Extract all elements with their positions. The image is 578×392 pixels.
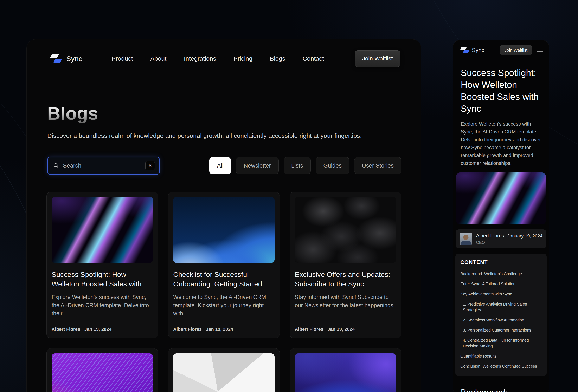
brand-name: Sync [66, 55, 82, 63]
brand[interactable]: Sync [50, 54, 82, 63]
author-info: Albert Flores CEO [476, 233, 504, 245]
article-intro: Explore Welleton's success with Sync, th… [461, 120, 541, 167]
join-waitlist-button[interactable]: Join Waitlist [355, 50, 400, 67]
blog-card-meta: Albert Flores · Jan 19, 2024 [173, 327, 275, 332]
nav-item-blogs[interactable]: Blogs [270, 55, 285, 62]
toc-item[interactable]: Key Achievements with Sync [460, 291, 542, 297]
blog-card-title: Checklist for Successful Onboarding: Get… [173, 270, 275, 289]
filter-tab-all[interactable]: All [209, 157, 231, 174]
article: Success Spotlight: How Welleton Boosted … [453, 67, 549, 167]
sync-logo-icon [50, 54, 62, 63]
author-card: Albert Flores CEO January 19, 2024 [456, 229, 546, 248]
toc-item[interactable]: 1. Predictive Analytics Driving Sales St… [460, 301, 542, 313]
toc-list: Background: Welleton's ChallengeEnter Sy… [460, 271, 542, 369]
filter-tab-user-stories[interactable]: User Stories [354, 157, 401, 174]
search-icon [53, 163, 59, 169]
blog-card[interactable]: Exclusive Offers and Updates: Subscribe … [289, 192, 401, 338]
brand-name: Sync [472, 47, 484, 53]
blog-card-meta: Albert Flores · Jan 19, 2024 [52, 327, 153, 332]
article-date: January 19, 2024 [507, 233, 542, 239]
blog-card-meta: Albert Flores · Jan 19, 2024 [295, 327, 396, 332]
blog-card-image [295, 197, 396, 263]
blog-card-excerpt: Explore Welleton's success with Sync, th… [52, 293, 153, 317]
desktop-navbar: Sync ProductAboutIntegrationsPricingBlog… [27, 40, 421, 70]
filter-tab-newsletter[interactable]: Newsletter [236, 157, 279, 174]
blog-card[interactable]: Checklist for Successful Onboarding: Get… [168, 192, 280, 338]
blogs-hero: Blogs Discover a boundless realm of know… [27, 103, 421, 139]
blogs-toolbar: S AllNewsletterListsGuidesUser Stories [27, 157, 421, 175]
article-title: Success Spotlight: How Welleton Boosted … [461, 67, 541, 115]
mobile-navbar: Sync Join Waitlist [453, 40, 549, 55]
nav-item-pricing[interactable]: Pricing [234, 55, 252, 62]
nav-item-contact[interactable]: Contact [303, 55, 324, 62]
author-role: CEO [476, 240, 504, 245]
blog-card[interactable] [289, 348, 401, 392]
toc-item[interactable]: 3. Personalized Customer Interactions [460, 327, 542, 333]
section-heading: Background: Welleton's Challenge [461, 387, 541, 392]
sync-logo-icon [461, 47, 469, 54]
toc-item[interactable]: Quantifiable Results [460, 353, 542, 359]
filter-tabs: AllNewsletterListsGuidesUser Stories [209, 157, 401, 174]
author-name: Albert Flores [476, 233, 504, 239]
blog-card-excerpt: Stay informed with Sync! Subscribe to ou… [295, 293, 396, 317]
blog-card[interactable]: Success Spotlight: How Welleton Boosted … [47, 192, 158, 338]
blog-card-image [173, 353, 275, 392]
blog-card[interactable] [47, 348, 158, 392]
page-subtitle: Discover a boundless realm of knowledge … [47, 132, 400, 139]
blog-card-image [295, 353, 396, 392]
toc-item[interactable]: Background: Welleton's Challenge [460, 271, 542, 277]
mobile-preview-panel: Sync Join Waitlist Success Spotlight: Ho… [453, 40, 549, 392]
search-box[interactable]: S [47, 157, 160, 175]
search-input[interactable] [63, 162, 142, 169]
toc-item[interactable]: Enter Sync: A Tailored Solution [460, 281, 542, 287]
blog-card-image [52, 197, 153, 263]
filter-tab-lists[interactable]: Lists [284, 157, 311, 174]
blog-card-image [52, 353, 153, 392]
article-hero-image [456, 173, 546, 224]
join-waitlist-button[interactable]: Join Waitlist [500, 45, 532, 55]
desktop-browser-panel: Sync ProductAboutIntegrationsPricingBlog… [26, 39, 421, 392]
nav-menu: ProductAboutIntegrationsPricingBlogsCont… [112, 55, 324, 62]
search-shortcut-key: S [145, 161, 155, 171]
blog-card-title: Success Spotlight: How Welleton Boosted … [52, 270, 153, 289]
blog-card-image [173, 197, 275, 263]
blog-card[interactable] [168, 348, 280, 392]
filter-tab-guides[interactable]: Guides [316, 157, 349, 174]
nav-item-integrations[interactable]: Integrations [184, 55, 216, 62]
author-avatar [460, 232, 472, 245]
toc-item[interactable]: 2. Seamless Workflow Automation [460, 317, 542, 323]
toc-item[interactable]: 4. Centralized Data Hub for Informed Dec… [460, 337, 542, 349]
toc-heading: CONTENT [460, 259, 542, 265]
nav-item-product[interactable]: Product [112, 55, 133, 62]
blog-card-title: Exclusive Offers and Updates: Subscribe … [295, 270, 396, 289]
nav-item-about[interactable]: About [150, 55, 166, 62]
blog-cards-grid: Success Spotlight: How Welleton Boosted … [27, 192, 421, 392]
hamburger-menu-icon[interactable] [537, 47, 543, 53]
blog-card-excerpt: Welcome to Sync, the AI-Driven CRM templ… [173, 293, 275, 317]
toc-item[interactable]: Conclusion: Welleton's Continued Success [460, 363, 542, 369]
page-title: Blogs [47, 103, 98, 124]
article-section: Background: Welleton's Challenge Welleto… [453, 387, 549, 392]
table-of-contents: CONTENT Background: Welleton's Challenge… [455, 254, 547, 376]
